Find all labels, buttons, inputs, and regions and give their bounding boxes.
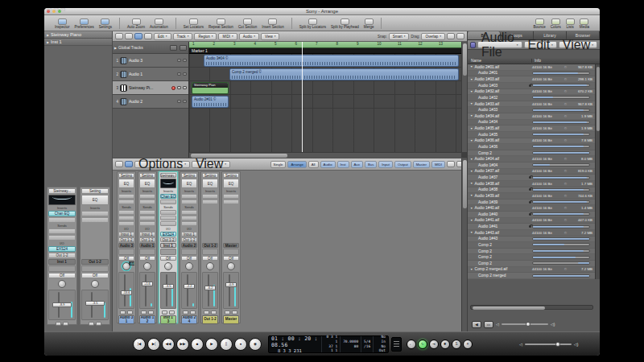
- solo-button[interactable]: [127, 311, 133, 315]
- snap-menu[interactable]: Smart▾: [389, 33, 410, 40]
- group-slot[interactable]: [118, 249, 134, 255]
- filter-single-button[interactable]: Single: [270, 161, 287, 168]
- region-menu[interactable]: Region▾: [194, 33, 217, 40]
- audio-file-row[interactable]: ▼Audio 1#40.aif44100 16 Bit©1.4 MB: [468, 205, 595, 212]
- channel-strip-audio-1[interactable]: SettingEQInsertsSendsI/OInput 1Out 1-2Au…: [138, 171, 157, 323]
- insert-slot-empty[interactable]: [81, 217, 109, 223]
- group-slot[interactable]: [139, 249, 155, 255]
- volume-fader[interactable]: -6.2: [202, 272, 218, 309]
- volume-fader[interactable]: +1.6: [139, 272, 155, 309]
- metronome-button[interactable]: ♩: [407, 339, 416, 349]
- mute-button[interactable]: [177, 100, 181, 103]
- io-output-slot[interactable]: Out 1-2: [118, 237, 134, 242]
- view-menu[interactable]: View▾: [261, 33, 279, 40]
- audio-region-row[interactable]: Audio 1#03: [468, 83, 595, 89]
- send-slot-empty[interactable]: [139, 210, 155, 215]
- pan-knob[interactable]: [143, 262, 151, 270]
- colors-button[interactable]: Colors: [548, 19, 564, 30]
- global-tracks-button-1[interactable]: [170, 45, 177, 51]
- capture-recording-button[interactable]: ◉: [249, 338, 262, 351]
- strip-link-button[interactable]: [115, 161, 123, 167]
- solo-button[interactable]: [169, 311, 175, 315]
- fader-cap[interactable]: -13.6: [121, 290, 132, 295]
- io-output-slot[interactable]: Out 1-2: [160, 237, 176, 242]
- solo-button[interactable]: [148, 311, 154, 315]
- insert-slot-empty[interactable]: [118, 194, 134, 199]
- eq-display[interactable]: EQ: [81, 195, 109, 205]
- audio-region-row[interactable]: Comp 2: [468, 242, 595, 249]
- bin-view-icon-button[interactable]: [470, 42, 476, 48]
- group-slot[interactable]: [81, 265, 109, 272]
- channel-strip-inst-1[interactable]: Steinway...InsertsChan EQSendsI/OEXS24Ou…: [47, 187, 77, 325]
- link-button[interactable]: [125, 33, 133, 39]
- send-slot-empty[interactable]: [48, 228, 76, 234]
- io-input-slot[interactable]: Input 1: [139, 232, 155, 237]
- audio-file-row[interactable]: ▼Audio 2#01.aif44100 16 Bit©967.8 KB: [468, 64, 595, 71]
- io-input-slot[interactable]: Input 1: [118, 232, 134, 237]
- catch-button[interactable]: [115, 33, 123, 39]
- volume-fader[interactable]: -3.5: [160, 272, 176, 309]
- filter-input-button[interactable]: Input: [378, 161, 393, 168]
- group-slot[interactable]: [223, 249, 239, 255]
- audio-region-row[interactable]: Audio 1#43: [468, 237, 595, 243]
- repeat-section-button[interactable]: Repeat Section: [206, 19, 236, 30]
- audio-region-row[interactable]: Audio 1#04: [468, 162, 595, 169]
- mute-button[interactable]: [204, 311, 209, 315]
- setting-button[interactable]: Steinway...: [48, 188, 76, 194]
- audio-region-row[interactable]: Comp 2: [468, 261, 595, 267]
- send-slot-empty[interactable]: [48, 235, 76, 241]
- solo-button[interactable]: [183, 72, 187, 76]
- lcd-midi-activity[interactable]: No In No Out: [374, 336, 388, 352]
- channel-strip-audio-2[interactable]: SettingEQInsertsSendsI/OInput 1Out 1-2Au…: [180, 171, 199, 323]
- volume-fader[interactable]: -8.9: [48, 290, 76, 320]
- audio-region-row[interactable]: Audio 1#40: [468, 212, 595, 218]
- setting-button[interactable]: Setting: [139, 173, 155, 178]
- automation-off-button[interactable]: Off: [139, 256, 155, 261]
- filter-bus-button[interactable]: Bus: [365, 161, 377, 168]
- io-output-slot[interactable]: Out 1-2: [181, 237, 197, 242]
- audio-region-row[interactable]: Comp 2: [468, 254, 595, 261]
- io-input-slot[interactable]: EXS24: [160, 232, 176, 237]
- send-slot-empty[interactable]: [181, 221, 197, 226]
- setting-button[interactable]: Steinway...: [160, 173, 176, 178]
- audio-region-row[interactable]: Audio 1#34: [468, 120, 595, 126]
- track-menu[interactable]: Track▾: [173, 33, 193, 40]
- global-tracks-button-2[interactable]: [180, 45, 187, 51]
- fader-cap[interactable]: -0.9: [225, 282, 237, 287]
- io-output-slot[interactable]: Out 1-2: [139, 237, 155, 242]
- play-button[interactable]: ▶: [205, 338, 218, 351]
- edit-menu[interactable]: Edit▾: [154, 33, 171, 40]
- audio-file-row[interactable]: ▼Audio 1#41.aif44100 16 Bit©447.0 KB: [468, 218, 595, 224]
- eq-display[interactable]: EQ: [139, 179, 155, 188]
- mixer-vertical-scrollbar[interactable]: [461, 158, 467, 347]
- lcd-tempo[interactable]: 70.0000 80: [341, 336, 361, 352]
- insert-slot-empty[interactable]: [139, 194, 155, 199]
- volume-fader[interactable]: -13.6: [118, 272, 134, 309]
- setting-button[interactable]: Setting: [118, 173, 134, 178]
- solo-button[interactable]: [183, 100, 187, 103]
- audio-file-row[interactable]: ▼Audio 1#38.aif44100 16 Bit©1.7 MB: [468, 181, 595, 187]
- group-slot[interactable]: [202, 249, 218, 255]
- insert-slot-empty[interactable]: [160, 200, 176, 204]
- solo-button[interactable]: [190, 311, 196, 315]
- eq-display[interactable]: EQ: [118, 179, 134, 188]
- insert-slot-empty[interactable]: [181, 194, 197, 199]
- io-input-slot[interactable]: EXS24: [48, 246, 76, 252]
- bin-volume-slider[interactable]: [502, 323, 548, 325]
- arrange-horizontal-scrollbar[interactable]: [189, 152, 461, 158]
- cycle-button[interactable]: ↻: [418, 339, 427, 349]
- fader-cap[interactable]: -6.2: [204, 286, 216, 290]
- lists-button[interactable]: Lists: [564, 19, 577, 30]
- view-menu[interactable]: View▾: [559, 41, 597, 48]
- column-info[interactable]: Info: [532, 59, 600, 63]
- fader-cap[interactable]: -3.5: [85, 301, 105, 306]
- track-lane[interactable]: [189, 95, 461, 109]
- audio-region-row[interactable]: Audio 1#32: [468, 95, 595, 101]
- cut-section-button[interactable]: Cut Section: [236, 19, 259, 30]
- solo-button[interactable]: S: [452, 339, 461, 349]
- track-lane[interactable]: [189, 81, 461, 95]
- insert-slot-empty[interactable]: [202, 194, 218, 199]
- audio-file-row[interactable]: ▼Comp 2 merged.aif44100 16 Bit©7.2 MB: [468, 267, 595, 274]
- column-name[interactable]: Name: [468, 59, 532, 63]
- playhead[interactable]: [302, 42, 303, 152]
